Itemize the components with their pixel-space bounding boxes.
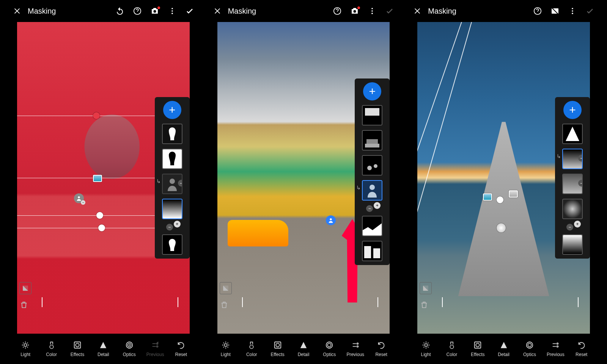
mask-thumb[interactable]	[362, 216, 382, 236]
subject-pin-icon[interactable]	[326, 215, 336, 225]
overflow-icon[interactable]	[368, 6, 377, 16]
tab-effects[interactable]: Effects	[266, 340, 289, 357]
canvas[interactable]: + − − −+	[417, 22, 590, 334]
mask-panel: + − − −+	[555, 97, 590, 259]
tab-color[interactable]: Color	[40, 340, 63, 357]
compare-icon[interactable]	[19, 282, 31, 294]
tab-previous: Previous	[144, 340, 167, 357]
add-subtract-toggle[interactable]: −+	[365, 204, 380, 211]
tab-optics[interactable]: Optics	[118, 340, 141, 357]
previous-icon	[351, 340, 360, 350]
tab-detail[interactable]: Detail	[92, 340, 115, 357]
help-icon[interactable]	[333, 6, 342, 16]
gradient-handle-center[interactable]	[497, 223, 506, 232]
tab-detail[interactable]: Detail	[492, 340, 515, 357]
tab-optics[interactable]: Optics	[518, 340, 541, 357]
help-icon[interactable]	[533, 6, 542, 16]
gradient-handle[interactable]	[96, 212, 103, 219]
camera-icon[interactable]	[350, 6, 359, 16]
tab-reset[interactable]: Reset	[370, 340, 393, 357]
svg-point-20	[157, 346, 158, 347]
tab-optics[interactable]: Optics	[318, 340, 341, 357]
close-icon[interactable]	[13, 6, 22, 16]
tab-light[interactable]: Light	[415, 340, 437, 357]
reset-icon	[377, 340, 385, 350]
trash-icon[interactable]	[420, 300, 429, 309]
subject-pin-icon[interactable]: −	[74, 193, 84, 203]
page-title: Masking	[228, 7, 256, 16]
gradient-handle[interactable]	[509, 190, 518, 198]
mask-sub-thumb[interactable]: −	[162, 174, 182, 194]
trash-icon[interactable]	[19, 300, 28, 309]
amount-slider[interactable]	[442, 301, 579, 303]
add-mask-button[interactable]: +	[363, 82, 381, 100]
canvas[interactable]: − +	[17, 22, 190, 334]
confirm-icon[interactable]	[185, 6, 194, 16]
tab-effects[interactable]: Effects	[466, 340, 489, 357]
car-shape	[228, 220, 288, 246]
tab-color[interactable]: Color	[440, 340, 463, 357]
compare-icon[interactable]	[220, 282, 232, 294]
amount-slider[interactable]	[42, 301, 178, 303]
add-subtract-toggle[interactable]: −+	[565, 222, 580, 230]
svg-point-23	[372, 8, 373, 9]
phone-1: Masking	[9, 0, 197, 364]
svg-point-45	[357, 343, 358, 345]
page-title: Masking	[28, 7, 56, 16]
mask-thumb[interactable]: −	[562, 174, 583, 194]
mask-thumb[interactable]	[562, 124, 583, 144]
add-subtract-toggle[interactable]: −+	[165, 222, 180, 230]
svg-point-32	[374, 164, 377, 168]
gradient-handle-mid[interactable]	[93, 175, 102, 182]
mask-thumb[interactable]	[162, 234, 182, 255]
tab-detail[interactable]: Detail	[292, 340, 315, 357]
mask-thumb[interactable]	[362, 241, 382, 261]
svg-point-15	[75, 343, 79, 347]
amount-slider[interactable]	[242, 301, 379, 303]
overflow-icon[interactable]	[168, 6, 177, 16]
tab-effects[interactable]: Effects	[66, 340, 89, 357]
phone-3: Masking	[410, 0, 598, 364]
tab-light[interactable]: Light	[14, 340, 37, 357]
no-image-icon[interactable]	[550, 6, 560, 16]
undo-icon[interactable]	[115, 6, 124, 16]
svg-point-64	[557, 346, 558, 347]
close-icon[interactable]	[213, 6, 222, 16]
tab-previous[interactable]: Previous	[544, 340, 567, 357]
gradient-handle[interactable]	[483, 193, 492, 201]
add-mask-button[interactable]: +	[563, 101, 582, 119]
svg-point-5	[78, 196, 80, 198]
gradient-handle[interactable]	[497, 196, 503, 203]
gradient-handle-bottom[interactable]	[98, 224, 105, 231]
add-mask-button[interactable]: +	[163, 101, 181, 119]
overflow-icon[interactable]	[568, 6, 577, 16]
svg-point-51	[572, 13, 573, 14]
mask-thumb[interactable]	[162, 149, 182, 169]
compare-icon[interactable]	[420, 282, 432, 294]
help-icon[interactable]	[133, 6, 142, 16]
mask-sub: −	[559, 149, 586, 169]
mask-thumb[interactable]	[162, 124, 182, 144]
tab-previous[interactable]: Previous	[344, 340, 367, 357]
mask-thumb[interactable]	[362, 155, 382, 176]
tab-reset[interactable]: Reset	[570, 340, 593, 357]
optics-icon	[525, 340, 534, 350]
mask-sub-thumb-selected[interactable]	[362, 180, 382, 201]
mask-thumb[interactable]	[562, 199, 583, 219]
mask-thumb[interactable]	[362, 130, 382, 151]
mask-thumb-selected[interactable]	[162, 199, 182, 219]
mask-thumb[interactable]	[362, 105, 382, 126]
tab-reset[interactable]: Reset	[170, 340, 192, 357]
canvas[interactable]: + −+	[217, 22, 390, 334]
mask-thumb[interactable]	[562, 234, 583, 255]
mask-sub-thumb-selected[interactable]: −	[562, 149, 583, 169]
tab-color[interactable]: Color	[240, 340, 263, 357]
camera-icon[interactable]	[150, 6, 159, 16]
light-icon	[21, 340, 30, 350]
gradient-handle-top[interactable]	[93, 112, 100, 119]
phone-2: Masking	[210, 0, 398, 364]
close-icon[interactable]	[413, 6, 422, 16]
trash-icon[interactable]	[220, 300, 229, 309]
svg-point-62	[528, 343, 531, 347]
tab-light[interactable]: Light	[214, 340, 237, 357]
